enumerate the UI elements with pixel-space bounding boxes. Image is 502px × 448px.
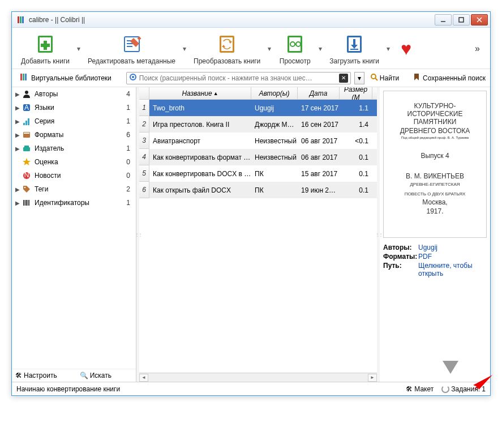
col-author[interactable]: Автор(ы) xyxy=(251,87,298,99)
convert-books-dropdown[interactable]: ▾ xyxy=(265,37,274,61)
lang-icon: A xyxy=(21,103,32,113)
meta-formats-link[interactable]: PDF xyxy=(418,253,487,261)
col-date[interactable]: Дата xyxy=(298,87,340,99)
sidebar-item-languages[interactable]: ▶AЯзыки1 xyxy=(12,101,136,114)
meta-authors-label: Авторы: xyxy=(383,244,418,251)
download-books-button[interactable]: Загрузить книги xyxy=(326,31,383,66)
meta-path-label: Путь: xyxy=(383,262,418,270)
svg-rect-39 xyxy=(28,118,29,125)
svg-rect-27 xyxy=(20,74,22,80)
search-sidebar-button[interactable]: 🔍Искать xyxy=(80,372,111,379)
news-icon: N xyxy=(21,170,32,181)
magnifier-icon: 🔍 xyxy=(80,372,88,379)
sidebar-item-identifiers[interactable]: ▶Идентификаторы1 xyxy=(12,196,136,210)
svg-rect-48 xyxy=(25,200,25,206)
search-input[interactable] xyxy=(137,74,339,82)
svg-rect-37 xyxy=(23,123,25,125)
content-area: ▶Авторы4 ▶AЯзыки1 ▶Серия1 ▶Форматы6 ▶Изд… xyxy=(12,87,490,382)
star-icon xyxy=(21,157,32,167)
svg-rect-51 xyxy=(29,200,30,206)
meta-authors-link[interactable]: Ugugij xyxy=(418,244,487,251)
add-books-dropdown[interactable]: ▾ xyxy=(74,37,83,61)
find-button[interactable]: Найти xyxy=(368,73,401,83)
wrench-icon: 🛠 xyxy=(406,385,413,393)
svg-rect-4 xyxy=(459,18,464,22)
titlebar[interactable]: calibre - || Colibri || xyxy=(12,12,490,28)
searchbar: Виртуальные библиотеки ✕ ▾ Найти Сохране… xyxy=(12,69,490,87)
configure-button[interactable]: 🛠Настроить xyxy=(15,372,57,379)
view-icon xyxy=(283,32,307,56)
window-title: calibre - || Colibri || xyxy=(29,16,434,24)
sidebar-item-rating[interactable]: ▶Оценка0 xyxy=(12,155,136,169)
sidebar-item-news[interactable]: ▶NНовости0 xyxy=(12,169,136,182)
minimize-button[interactable] xyxy=(435,14,452,25)
formats-icon xyxy=(21,130,32,140)
statusbar: Начинаю конвертирование книги 🛠Макет Зад… xyxy=(12,382,490,395)
sidebar-item-publisher[interactable]: ▶Издатель1 xyxy=(12,142,136,155)
col-title[interactable]: Название▲ xyxy=(149,87,251,99)
table-row[interactable]: 1Two_brothUgugij17 сен 20171.1 xyxy=(139,100,377,116)
svg-rect-49 xyxy=(26,200,27,206)
svg-line-33 xyxy=(375,78,377,80)
svg-rect-1 xyxy=(20,16,22,23)
saved-search-button[interactable]: Сохраненный поиск xyxy=(413,73,486,83)
svg-rect-42 xyxy=(23,147,30,151)
sidebar-item-tags[interactable]: ▶Теги2 xyxy=(12,182,136,196)
jobs-button[interactable]: Задания: 1 xyxy=(441,385,486,393)
download-books-dropdown[interactable]: ▾ xyxy=(384,37,393,61)
convert-icon xyxy=(215,32,239,56)
horizontal-scrollbar[interactable]: ◄► xyxy=(139,373,377,382)
virtual-libraries-button[interactable]: Виртуальные библиотеки xyxy=(16,71,115,84)
svg-rect-26 xyxy=(350,49,358,50)
close-button[interactable] xyxy=(471,14,488,25)
meta-path-link[interactable]: Щелкните, чтобы открыть xyxy=(418,262,487,278)
books-icon xyxy=(20,72,29,83)
svg-point-46 xyxy=(24,187,26,189)
svg-rect-25 xyxy=(353,39,355,45)
add-books-button[interactable]: Добавить книги xyxy=(18,31,73,66)
view-dropdown[interactable]: ▾ xyxy=(316,37,325,61)
edit-metadata-button[interactable]: Редактировать метаданные xyxy=(84,31,179,66)
sidebar-item-authors[interactable]: ▶Авторы4 xyxy=(12,87,136,101)
table-row[interactable]: 5Как конвертировать DOCX в …ПК15 авг 201… xyxy=(139,165,377,182)
sidebar-item-formats[interactable]: ▶Форматы6 xyxy=(12,128,136,142)
svg-rect-2 xyxy=(22,16,24,23)
main-toolbar: Добавить книги ▾ Редактировать метаданны… xyxy=(12,28,490,69)
table-row[interactable]: 3АвиатранспортНеизвестный06 авг 2017<0.1 xyxy=(139,133,377,149)
maximize-button[interactable] xyxy=(453,14,470,25)
svg-rect-38 xyxy=(25,121,27,125)
table-row[interactable]: 4Как конвертировать формат …Неизвестный0… xyxy=(139,149,377,165)
col-size[interactable]: Размер (М xyxy=(340,87,372,99)
download-icon xyxy=(342,32,366,56)
table-row[interactable]: 2Игра престолов. Книга IIДжордж М…16 сен… xyxy=(139,116,377,133)
toolbar-overflow-button[interactable]: » xyxy=(470,44,484,54)
svg-rect-29 xyxy=(25,74,27,80)
barcode-icon xyxy=(21,198,32,208)
gear-icon[interactable] xyxy=(129,73,137,83)
book-detail-panel: КУЛЬТУРНО-ИСТОРИЧЕСКИЕ ПАМЯТНИКИ ДРЕВНЕГ… xyxy=(380,87,490,382)
app-window: calibre - || Colibri || Добавить книги ▾… xyxy=(11,11,491,396)
edit-meta-icon xyxy=(120,32,144,56)
sidebar: ▶Авторы4 ▶AЯзыки1 ▶Серия1 ▶Форматы6 ▶Изд… xyxy=(12,87,136,382)
view-button[interactable]: Просмотр xyxy=(275,31,315,66)
search-history-dropdown[interactable]: ▾ xyxy=(354,72,364,84)
svg-rect-47 xyxy=(23,200,24,206)
publisher-icon xyxy=(21,143,32,153)
spinner-icon xyxy=(441,385,449,393)
app-icon xyxy=(16,15,25,24)
convert-books-button[interactable]: Преобразовать книги xyxy=(190,31,264,66)
col-number[interactable] xyxy=(139,87,149,99)
book-list: Название▲ Автор(ы) Дата Размер (М 1Two_b… xyxy=(139,87,377,382)
tag-icon xyxy=(21,184,32,194)
donate-icon[interactable]: ♥ xyxy=(401,39,411,59)
book-cover[interactable]: КУЛЬТУРНО-ИСТОРИЧЕСКИЕ ПАМЯТНИКИ ДРЕВНЕГ… xyxy=(383,91,487,238)
svg-text:A: A xyxy=(24,104,29,112)
svg-rect-43 xyxy=(24,146,29,148)
sidebar-item-series[interactable]: ▶Серия1 xyxy=(12,114,136,128)
svg-text:N: N xyxy=(24,171,29,179)
layout-button[interactable]: 🛠Макет xyxy=(406,385,434,393)
clear-search-icon[interactable]: ✕ xyxy=(339,74,348,83)
book-list-header: Название▲ Автор(ы) Дата Размер (М xyxy=(139,87,377,100)
table-row[interactable]: 6Как открыть файл DOCXПК19 июн 2…0.1 xyxy=(139,182,377,198)
edit-metadata-dropdown[interactable]: ▾ xyxy=(180,37,189,61)
